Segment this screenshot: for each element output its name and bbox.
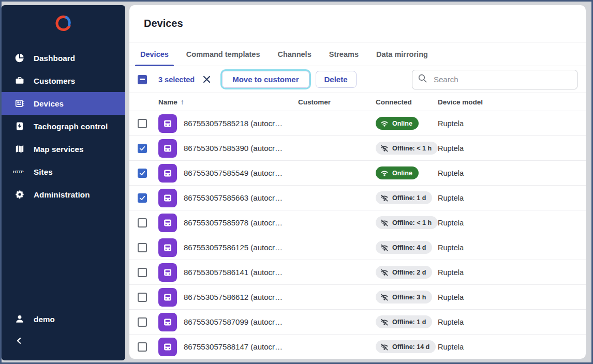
column-header-connected[interactable]: Connected — [376, 98, 438, 106]
http-icon: HTTP — [13, 169, 26, 175]
selection-toolbar: 3 selected Move to customer Delete — [129, 66, 586, 93]
row-checkbox[interactable] — [138, 193, 147, 203]
device-name: 867553057585663 (autocr… — [184, 193, 283, 202]
device-model: Ruptela — [438, 169, 586, 177]
column-header-customer[interactable]: Customer — [288, 98, 376, 106]
page-header: Devices — [129, 5, 586, 42]
table-row[interactable]: 867553057585663 (autocr…Offline: 1 dRupt… — [129, 186, 586, 210]
device-model: Ruptela — [438, 293, 586, 301]
row-checkbox[interactable] — [138, 218, 147, 228]
table-row[interactable]: 867553057588147 (autocr…Offline: 14 dRup… — [129, 335, 586, 359]
wifi-off-icon — [380, 294, 389, 301]
device-name: 867553057585390 (autocr… — [184, 144, 283, 153]
search-icon — [418, 73, 427, 85]
search-box — [412, 70, 577, 89]
row-checkbox[interactable] — [138, 243, 147, 252]
sidebar-item-customers[interactable]: Customers — [2, 69, 125, 92]
device-name: 867553057586141 (autocr… — [184, 268, 283, 277]
status-badge: Online — [376, 117, 419, 130]
sidebar-item-dashboard[interactable]: Dashboard — [2, 47, 125, 69]
chevron-left-icon — [15, 337, 23, 347]
search-input[interactable] — [433, 74, 572, 84]
vehicle-icon — [158, 313, 177, 331]
clear-selection-icon[interactable] — [202, 74, 212, 84]
tab-label: Data mirroring — [376, 50, 428, 58]
tab-devices[interactable]: Devices — [135, 42, 174, 66]
row-checkbox[interactable] — [138, 342, 147, 352]
column-header-name[interactable]: Name↑ — [158, 98, 288, 106]
move-to-customer-focus-ring: Move to customer — [220, 69, 310, 89]
tab-command-templates[interactable]: Command templates — [181, 42, 265, 66]
tab-label: Streams — [329, 50, 359, 58]
gear-icon — [13, 189, 26, 200]
tab-streams[interactable]: Streams — [324, 42, 364, 66]
row-checkbox[interactable] — [138, 169, 147, 178]
status-badge: Offline: 1 d — [376, 191, 432, 204]
device-name: 867553057588147 (autocr… — [184, 342, 283, 351]
row-checkbox[interactable] — [138, 268, 147, 277]
move-to-customer-button[interactable]: Move to customer — [222, 71, 309, 88]
delete-button[interactable]: Delete — [316, 71, 357, 88]
app-logo — [2, 8, 125, 42]
device-model: Ruptela — [438, 244, 586, 252]
main-panel: Devices DevicesCommand templatesChannels… — [129, 5, 586, 359]
table-body: 867553057585218 (autocr…OnlineRuptela867… — [129, 111, 586, 359]
map-icon — [13, 144, 26, 154]
wifi-off-icon — [380, 145, 389, 152]
row-checkbox[interactable] — [138, 144, 147, 153]
table-row[interactable]: 867553057585978 (autocr…Offline: < 1 hRu… — [129, 210, 586, 235]
table-row[interactable]: 867553057587099 (autocr…Offline: 1 dRupt… — [129, 310, 586, 335]
wifi-off-icon — [380, 318, 389, 326]
sidebar-item-devices[interactable]: Devices — [2, 92, 125, 115]
sidebar-item-map-services[interactable]: Map services — [2, 138, 125, 160]
table-row[interactable]: 867553057586125 (autocr…Offline: 4 dRupt… — [129, 235, 586, 260]
status-badge: Offline: 4 d — [376, 241, 432, 254]
page-title: Devices — [144, 18, 183, 29]
table-row[interactable]: 867553057586141 (autocr…Offline: 2 dRupt… — [129, 260, 586, 285]
device-model: Ruptela — [438, 194, 586, 202]
vehicle-icon — [158, 189, 177, 207]
vehicle-icon — [158, 214, 177, 232]
sidebar-collapse-button[interactable] — [2, 330, 125, 353]
sidebar-item-label: Devices — [34, 99, 64, 108]
tab-label: Command templates — [186, 50, 260, 58]
device-name: 867553057586612 (autocr… — [184, 293, 283, 301]
row-checkbox[interactable] — [138, 317, 147, 327]
user-menu[interactable]: demo — [2, 308, 125, 330]
tab-channels[interactable]: Channels — [272, 42, 316, 66]
status-badge: Offline: 3 h — [376, 291, 432, 304]
user-name: demo — [34, 315, 55, 324]
row-checkbox[interactable] — [138, 293, 147, 302]
status-badge: Online — [376, 166, 419, 179]
tachograph-icon — [13, 121, 26, 131]
wifi-off-icon — [380, 219, 389, 226]
status-badge: Offline: 1 d — [376, 315, 432, 328]
sidebar-item-tachograph-control[interactable]: Tachograph control — [2, 115, 125, 138]
table-row[interactable]: 867553057585218 (autocr…OnlineRuptela — [129, 111, 586, 136]
table-row[interactable]: 867553057585390 (autocr…Offline: < 1 hRu… — [129, 136, 586, 161]
sidebar-item-label: Administration — [34, 190, 90, 199]
device-model: Ruptela — [438, 318, 586, 326]
table-row[interactable]: 867553057585549 (autocr…OnlineRuptela — [129, 161, 586, 186]
tab-data-mirroring[interactable]: Data mirroring — [371, 42, 433, 66]
table-row[interactable]: 867553057586612 (autocr…Offline: 3 hRupt… — [129, 285, 586, 310]
select-all-checkbox[interactable] — [138, 75, 147, 84]
tab-label: Channels — [277, 50, 311, 58]
sidebar-item-sites[interactable]: HTTPSites — [2, 160, 125, 183]
sidebar: DashboardCustomersDevicesTachograph cont… — [2, 5, 125, 360]
device-name: 867553057585549 (autocr… — [184, 169, 283, 177]
row-checkbox[interactable] — [138, 119, 147, 128]
column-header-device-model[interactable]: Device model — [438, 98, 586, 106]
sidebar-item-administration[interactable]: Administration — [2, 183, 125, 206]
user-icon — [13, 314, 26, 324]
wifi-off-icon — [380, 343, 389, 351]
device-model: Ruptela — [438, 119, 586, 128]
status-badge: Offline: < 1 h — [376, 216, 438, 229]
sidebar-item-label: Sites — [34, 168, 53, 176]
wifi-off-icon — [380, 269, 389, 276]
tab-label: Devices — [140, 50, 169, 58]
vehicle-icon — [158, 288, 177, 307]
device-model: Ruptela — [438, 144, 586, 153]
tab-bar: DevicesCommand templatesChannelsStreamsD… — [129, 42, 586, 66]
device-name: 867553057585218 (autocr… — [184, 119, 283, 128]
